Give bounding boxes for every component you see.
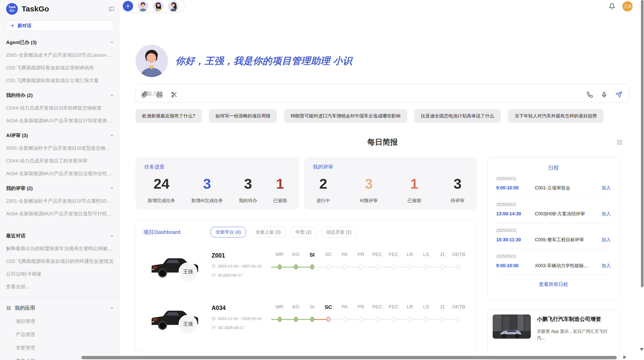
milestone-label: J1 [434,304,450,310]
sidebar-item[interactable]: A034-全新新能源MUV产品开发项目计划变更表编写 [6,117,114,124]
join-meeting-button[interactable]: 加入 [602,185,611,191]
schedule-card: 日程 2025/03/11 9:00-10:00 C001-立项审批会 加入 2… [487,157,620,300]
app-item[interactable]: 产品管理 [16,331,114,338]
recent-chat-item[interactable]: C02-飞腾新能源轻客改款项目的闭环通告反馈情况 [6,258,114,265]
suggestion-chip[interactable]: 欧洲新规最近颁布了什么? [136,109,202,123]
project-row[interactable]: 王强 Z001 2023-12-19 ~ 2027-01-19 SI-2025-… [143,252,469,290]
topbar-right: 王强 [609,0,633,11]
sidebar-my-apps[interactable]: 我的应用 [6,305,114,311]
schedule-item: 2025/03/11 9:00-10:00 C001-立项审批会 加入 [496,171,611,197]
sidebar-section-my-review[interactable]: 我的评审 (2) [6,185,114,192]
suggestion-chip[interactable]: 如何写一份清晰的项目周报 [209,109,277,123]
contact-avatar[interactable] [153,1,164,11]
milestone-label: MR [271,304,288,310]
scroll-right-arrow[interactable] [623,355,626,359]
app-title: TaskGo [22,5,49,13]
add-contact-button[interactable] [123,1,133,11]
suggestion-chip[interactable]: 当下年轻人对汽车外观有怎样的喜好趋势 [508,109,604,123]
milestone-label: MR [271,252,288,258]
sidebar-item[interactable]: A034-全新新能源MUV产品开发项目法规符合性评审 [6,170,114,177]
clock-icon [212,317,216,321]
recent-chat-item[interactable]: 解释最新出台的欧盟报废车法规再生塑料比例被调至15%... [6,245,114,252]
image-upload-icon[interactable] [156,91,163,98]
filter-pill[interactable]: 年型 (2) [290,227,317,237]
attachment-icon[interactable] [141,91,148,98]
message-input[interactable]: 请输入... [136,84,630,102]
view-all-schedule-link[interactable]: 查看所有日程 [496,281,611,288]
stat-value: 3 [239,175,257,192]
sidebar-item[interactable]: C0X4-动力总成开发项目SI里程碑提交物检查 [6,105,114,111]
project-dates: 2023-12-19 ~ 2026-01-19 [212,316,271,321]
stat: 24 新增完成任务 [148,175,175,204]
stat: 3 待评审 [451,175,464,204]
sidebar-collapse-icon[interactable] [108,6,114,12]
notification-bell-icon[interactable] [609,3,615,10]
new-chat-button[interactable]: 新对话 [6,20,114,31]
project-dashboard-card: 项目Dashboard 全新平台 (4) 全新上装 (3) 年型 (2) 动总开… [136,220,477,352]
app-item[interactable]: 项目管理 [16,318,114,325]
user-avatar[interactable]: 王强 [622,1,633,11]
sidebar-item[interactable]: C0X4-动力总成开发项目工程变更评审 [6,158,114,164]
horizontal-scrollbar[interactable] [81,356,617,359]
filter-pill[interactable]: 全新上装 (3) [250,227,286,237]
project-flag-date: SI-2025-05-17 [212,273,271,277]
suggestion-chip[interactable]: 比亚迪全固态电池计划具体说了什么 [414,109,501,123]
card-title: 任务进度 [144,163,290,170]
recent-chat-item[interactable]: 查看全部... [6,283,114,290]
voice-call-icon[interactable] [587,92,593,98]
sidebar: Task Go TaskGo 新对话 Agent已办 (3) Z001-全新燃油… [0,0,120,360]
join-meeting-button[interactable]: 加入 [602,237,611,243]
recent-chat-item[interactable]: 公司Q3轻卡销量 [6,271,114,277]
project-row[interactable]: 王强 A034 2023-12-19 ~ 2026-01-19 SC-2025-… [143,304,469,342]
suggestion-chip[interactable]: 特朗普可能对进口汽车增税会对中国车企造成哪些影响 [284,109,407,123]
app-item[interactable]: 变更管理 [16,344,114,351]
milestone-label: FEC [385,304,402,310]
schedule-date: 2025/03/11 [496,176,611,181]
news-card[interactable]: 小鹏飞行汽车制造公司增资 天眼查 App 显示，近日广州汇天飞行汽... [487,309,620,360]
plus-icon [10,23,15,28]
sidebar-item[interactable]: A034-全新新能源MUV产品开发项目造型可行性评审 [6,211,114,217]
milestone-label: PA [336,252,353,258]
vertical-scrollbar[interactable] [641,0,643,287]
schedule-time: 13:00-14:30 [496,211,535,217]
milestone-label: LS [418,252,434,258]
send-icon[interactable] [616,91,622,98]
stat-value: 3 [451,175,464,192]
sidebar-section-my-todo[interactable]: 我的待办 (2) [6,92,114,99]
layout-grid-icon[interactable] [616,139,623,146]
sidebar-item[interactable]: Z001-全新燃油轻卡产品开发项目SI造型提交物评审 [6,145,114,152]
contact-avatar[interactable] [138,1,148,11]
milestone-dot [457,264,461,269]
contact-avatar[interactable] [168,1,179,11]
schedule-event-name: C003|H0B-方案冻结评审 [535,211,602,217]
dashboard-filters: 全新平台 (4) 全新上装 (3) 年型 (2) 动总开发 (1) [210,227,357,237]
schedule-item: 2025/03/11 9:00-10:00 X003-车辆动力学性能验... 加… [496,249,611,275]
filter-pill[interactable]: 动总开发 (1) [321,227,357,237]
sidebar-item[interactable]: C02-飞腾新能源轻客改款项目立项汇报方案 [6,77,114,84]
screenshot-scissors-icon[interactable] [171,91,178,98]
news-title: 小鹏飞行汽车制造公司增资 [537,316,614,323]
sidebar-section-agent-done[interactable]: Agent已办 (3) [6,39,114,46]
flag-icon [212,273,216,277]
milestone-label: PEC [369,304,385,310]
sidebar-item[interactable]: C02-飞腾新能源轻客改款项目里程碑画布 [6,65,114,71]
my-review-card: 我的评审 2 进行中 3 AI预评审 [304,157,477,210]
milestone-label: LR [402,304,418,310]
sidebar-item[interactable]: Z001-全新燃油皮卡产品开发项目SI节点Lesson Learn报告 [6,52,114,58]
stats-row: 任务进度 24 新增完成任务 3 新增AI完成任务 [136,157,477,210]
sidebar-section-recent-chats[interactable]: 最近对话 [6,233,114,239]
schedule-item: 2025/03/11 13:00-14:30 C003|H0B-方案冻结评审 加… [496,197,611,223]
sidebar-item[interactable]: Z001-全新燃油轻卡产品开发项目SI节点属性5D文件评审 [6,198,114,204]
join-meeting-button[interactable]: 加入 [602,263,611,269]
sidebar-section-ai-review[interactable]: AI评审 (3) [6,132,114,139]
filter-pill[interactable]: 全新平台 (4) [210,227,246,237]
assistant-avatar [136,45,168,77]
schedule-time: 9:00-10:00 [496,185,535,191]
stat: 1 已逾期 [273,175,287,204]
milestone-dot [424,317,428,322]
join-meeting-button[interactable]: 加入 [602,211,611,217]
microphone-icon[interactable] [601,92,607,98]
contact-quick-bar [121,0,185,12]
taskgo-logo: Task Go [6,3,18,15]
scroll-down-arrow[interactable] [640,348,643,351]
